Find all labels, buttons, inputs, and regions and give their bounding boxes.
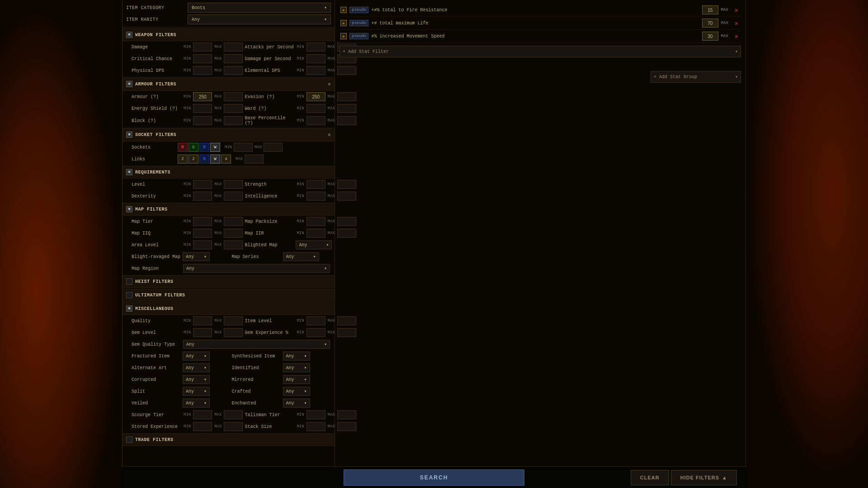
link-w-btn[interactable]: W	[210, 155, 220, 164]
stat-2-min[interactable]	[702, 32, 718, 41]
fractured-select[interactable]: Any▾	[183, 352, 210, 361]
damage-min[interactable]	[193, 42, 212, 52]
es-min[interactable]	[193, 104, 212, 113]
corrupted-select[interactable]: Any▾	[183, 375, 210, 384]
int-min[interactable]	[307, 192, 326, 201]
stat-2-checkbox[interactable]	[340, 33, 347, 39]
ultimatum-checkbox[interactable]	[126, 292, 132, 298]
link-4-btn[interactable]: 4	[221, 155, 231, 164]
socket-filters-collapse[interactable]: ■	[126, 131, 132, 138]
crit-min[interactable]	[193, 54, 212, 63]
clear-button[interactable]: Clear	[631, 470, 669, 485]
misc-collapse[interactable]: ■	[126, 305, 132, 312]
level-min[interactable]	[193, 180, 212, 189]
stat-0-remove[interactable]: ✕	[733, 6, 740, 14]
sockets-min[interactable]	[234, 143, 253, 152]
area-level-min[interactable]	[193, 240, 212, 249]
stack-size-min[interactable]	[307, 422, 326, 431]
dex-min[interactable]	[193, 192, 212, 201]
blight-ravaged-select[interactable]: Any ▾	[183, 252, 210, 261]
map-iiq-max[interactable]	[224, 229, 243, 238]
pdps-max[interactable]	[224, 66, 243, 75]
veiled-select[interactable]: Any▾	[183, 399, 210, 408]
block-min[interactable]	[193, 116, 212, 125]
map-series-select[interactable]: Any ▾	[283, 252, 319, 261]
edps-min[interactable]	[307, 66, 326, 75]
requirements-collapse[interactable]: ■	[126, 169, 132, 175]
int-label: Intelligence	[245, 194, 294, 199]
socket-close-btn[interactable]: ✕	[327, 131, 331, 138]
gem-quality-type-select[interactable]: Any ▾	[183, 340, 330, 349]
gem-level-min[interactable]	[193, 328, 212, 337]
split-row: Split Any▾ Crafted Any▾	[123, 385, 335, 397]
armour-close-btn[interactable]: ✕	[327, 80, 331, 88]
socket-r-btn[interactable]: R	[178, 143, 188, 152]
socket-w-btn[interactable]: W	[210, 143, 220, 152]
heist-checkbox[interactable]	[126, 278, 132, 285]
block-max[interactable]	[224, 116, 243, 125]
stat-1-checkbox[interactable]	[340, 20, 347, 26]
link-b-btn[interactable]: B	[199, 155, 209, 164]
armour-filters-collapse[interactable]: ■	[126, 81, 132, 87]
strength-min[interactable]	[307, 180, 326, 189]
add-stat-group-btn[interactable]: + Add Stat Group ▾	[651, 71, 741, 83]
map-tier-min[interactable]	[193, 217, 212, 226]
gem-exp-min[interactable]	[307, 328, 326, 337]
area-level-max[interactable]	[224, 240, 243, 249]
stored-exp-max[interactable]	[224, 422, 243, 431]
stat-2-remove[interactable]: ✕	[733, 33, 740, 40]
dex-max[interactable]	[224, 192, 243, 201]
dps-min[interactable]	[307, 54, 326, 63]
stat-1-min[interactable]	[702, 19, 718, 28]
evasion-min[interactable]	[307, 92, 326, 101]
blighted-map-select[interactable]: Any ▾	[296, 240, 332, 249]
quality-max[interactable]	[224, 316, 243, 325]
base-pct-min[interactable]	[307, 116, 326, 125]
ward-min[interactable]	[307, 104, 326, 113]
weapon-filters-collapse[interactable]: ■	[126, 32, 132, 38]
quality-min[interactable]	[193, 316, 212, 325]
map-pack-min[interactable]	[307, 217, 326, 226]
item-category-select[interactable]: Boots ▾	[188, 3, 331, 13]
stat-0-min[interactable]	[702, 5, 718, 14]
add-stat-filter-btn[interactable]: + Add Stat Filter ▾	[340, 46, 741, 57]
damage-max[interactable]	[224, 42, 243, 52]
socket-b-btn[interactable]: B	[199, 143, 209, 152]
talisman-min[interactable]	[307, 410, 326, 419]
stored-exp-min[interactable]	[193, 422, 212, 431]
map-iiq-min[interactable]	[193, 229, 212, 238]
identified-select[interactable]: Any▾	[283, 363, 310, 372]
level-max[interactable]	[224, 180, 243, 189]
map-tier-max[interactable]	[224, 217, 243, 226]
armour-max[interactable]	[224, 92, 243, 101]
crit-max[interactable]	[224, 54, 243, 63]
map-filters-collapse[interactable]: ■	[126, 206, 132, 212]
sockets-max[interactable]	[264, 143, 283, 152]
socket-g-btn[interactable]: G	[189, 143, 198, 152]
split-select[interactable]: Any▾	[183, 387, 210, 396]
hide-filters-button[interactable]: Hide Filters ▲	[671, 470, 737, 485]
map-iir-min[interactable]	[307, 229, 326, 238]
pdps-min[interactable]	[193, 66, 212, 75]
alt-art-select[interactable]: Any▾	[183, 363, 210, 372]
mirrored-select[interactable]: Any▾	[283, 375, 310, 384]
aps-min[interactable]	[307, 42, 326, 52]
map-region-select[interactable]: Any ▾	[183, 264, 330, 273]
stat-0-checkbox[interactable]	[340, 7, 347, 13]
es-max[interactable]	[224, 104, 243, 113]
scourge-min[interactable]	[193, 410, 212, 419]
stat-1-remove[interactable]: ✕	[733, 19, 740, 27]
armour-min[interactable]	[193, 92, 212, 101]
link-2-btn2[interactable]: 2	[189, 155, 198, 164]
enchanted-select[interactable]: Any▾	[283, 399, 310, 408]
trade-checkbox[interactable]	[126, 436, 132, 443]
scourge-max[interactable]	[224, 410, 243, 419]
ilvl-min[interactable]	[307, 316, 326, 325]
crafted-select[interactable]: Any▾	[283, 387, 310, 396]
gem-level-max[interactable]	[224, 328, 243, 337]
link-2-btn1[interactable]: 2	[178, 155, 188, 164]
links-max[interactable]	[245, 155, 264, 164]
synth-select[interactable]: Any▾	[283, 352, 310, 361]
search-button[interactable]: Search	[344, 469, 524, 486]
item-rarity-select[interactable]: Any ▾	[188, 14, 331, 24]
